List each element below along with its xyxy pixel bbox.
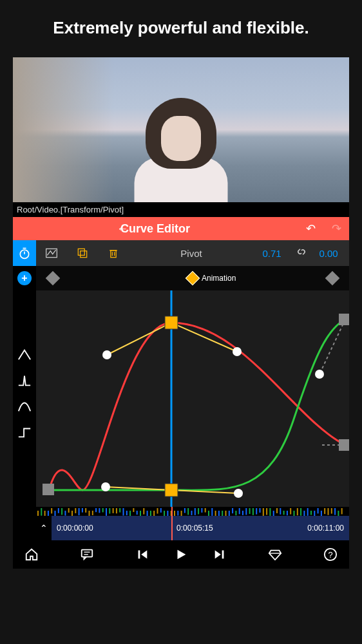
help-button[interactable]: ?	[321, 547, 340, 562]
add-keyframe-button[interactable]: +	[13, 266, 36, 290]
svg-rect-51	[116, 508, 117, 513]
step-back-button[interactable]	[133, 547, 152, 562]
curve-graph[interactable]	[36, 290, 349, 507]
keyframe-diamond-active[interactable]	[186, 271, 200, 286]
left-rail: +	[13, 240, 36, 540]
stopwatch-button[interactable]	[13, 240, 36, 266]
svg-rect-78	[208, 511, 209, 516]
svg-point-19	[101, 482, 110, 491]
svg-rect-28	[37, 511, 39, 516]
svg-rect-95	[266, 508, 267, 515]
svg-rect-24	[43, 484, 54, 495]
keyframe-track[interactable]: Animation	[36, 266, 349, 290]
keyframe-diamond[interactable]	[325, 271, 340, 286]
plus-icon: +	[17, 271, 32, 285]
svg-rect-90	[249, 508, 251, 514]
svg-rect-100	[283, 511, 285, 515]
keyframe-diamond[interactable]	[46, 271, 61, 286]
curve-linear-button[interactable]	[13, 342, 36, 368]
svg-rect-116	[338, 511, 339, 516]
curve-step-button[interactable]	[13, 419, 36, 445]
svg-rect-111	[321, 511, 322, 516]
svg-rect-94	[263, 508, 264, 516]
premium-button[interactable]	[265, 547, 285, 562]
svg-rect-47	[102, 508, 104, 512]
graph-mode-button[interactable]	[36, 247, 67, 259]
comment-icon	[80, 547, 94, 562]
copy-button[interactable]	[67, 247, 98, 259]
svg-rect-107	[307, 508, 309, 516]
svg-rect-61	[150, 511, 151, 516]
svg-rect-37	[68, 508, 70, 513]
svg-rect-38	[71, 511, 73, 516]
video-preview[interactable]	[13, 57, 349, 202]
svg-rect-4	[78, 249, 84, 255]
svg-rect-30	[44, 511, 46, 516]
svg-rect-74	[195, 508, 196, 515]
home-button[interactable]	[22, 547, 41, 562]
svg-rect-55	[129, 511, 131, 516]
svg-marker-123	[178, 550, 186, 560]
svg-rect-106	[303, 511, 305, 516]
svg-rect-68	[174, 511, 175, 516]
link-button[interactable]	[290, 246, 313, 260]
svg-rect-57	[137, 511, 138, 515]
svg-rect-72	[187, 508, 189, 515]
play-button[interactable]	[171, 547, 191, 562]
timeline-expand-button[interactable]: ⌃	[36, 516, 52, 540]
graph-mode-icon	[45, 247, 58, 259]
back-button[interactable]: ←	[117, 222, 128, 236]
svg-rect-97	[273, 511, 274, 516]
redo-button[interactable]: ↷	[323, 222, 349, 236]
svg-rect-99	[280, 508, 281, 515]
value-x[interactable]: 0.71	[254, 248, 290, 259]
timeline[interactable]: ⌃ 0:00:00:00 0:00:05:15 0:00:11:00	[36, 516, 349, 540]
svg-rect-73	[191, 511, 193, 515]
curve-spike-button[interactable]	[13, 368, 36, 393]
svg-rect-45	[95, 508, 97, 512]
editor-title: Curve Editor	[13, 222, 298, 236]
comment-button[interactable]	[77, 547, 97, 562]
value-y[interactable]: 0.00	[313, 248, 349, 259]
page-headline: Extremely powerful and flexible.	[0, 0, 362, 57]
svg-rect-93	[260, 508, 261, 513]
curve-bell-button[interactable]	[13, 393, 36, 419]
svg-rect-50	[113, 508, 114, 513]
svg-text:?: ?	[328, 550, 332, 560]
step-forward-button[interactable]	[210, 547, 229, 562]
svg-rect-34	[58, 508, 59, 513]
svg-rect-112	[324, 508, 325, 514]
svg-rect-33	[55, 511, 56, 516]
svg-rect-77	[205, 508, 206, 513]
copy-icon	[76, 247, 89, 259]
svg-rect-92	[256, 508, 257, 515]
svg-rect-53	[123, 508, 124, 516]
playhead-marker[interactable]	[171, 507, 173, 540]
curve-toolbar: Pivot 0.71 0.00	[36, 240, 349, 266]
path-breadcrumb: Root/Video.[Transform/Pivot]	[13, 202, 349, 217]
svg-rect-60	[147, 511, 148, 516]
undo-button[interactable]: ↶	[298, 222, 323, 236]
svg-rect-59	[143, 508, 144, 515]
svg-rect-36	[64, 511, 66, 516]
svg-point-21	[315, 370, 324, 379]
timeline-ticks	[36, 507, 349, 516]
svg-rect-80	[215, 511, 216, 516]
curve-spike-icon	[17, 374, 32, 387]
svg-rect-66	[167, 511, 168, 516]
delete-button[interactable]	[98, 247, 129, 259]
svg-rect-83	[225, 511, 227, 516]
svg-rect-56	[133, 508, 134, 512]
home-icon	[24, 547, 39, 562]
svg-rect-5	[81, 251, 87, 258]
svg-rect-31	[48, 511, 49, 516]
svg-rect-103	[294, 511, 295, 516]
svg-rect-85	[232, 508, 233, 513]
svg-rect-54	[126, 511, 128, 515]
svg-rect-48	[106, 508, 107, 516]
svg-line-12	[171, 323, 237, 352]
svg-rect-41	[82, 508, 83, 513]
svg-rect-22	[165, 316, 178, 329]
svg-rect-89	[245, 508, 247, 515]
svg-rect-96	[269, 508, 271, 516]
